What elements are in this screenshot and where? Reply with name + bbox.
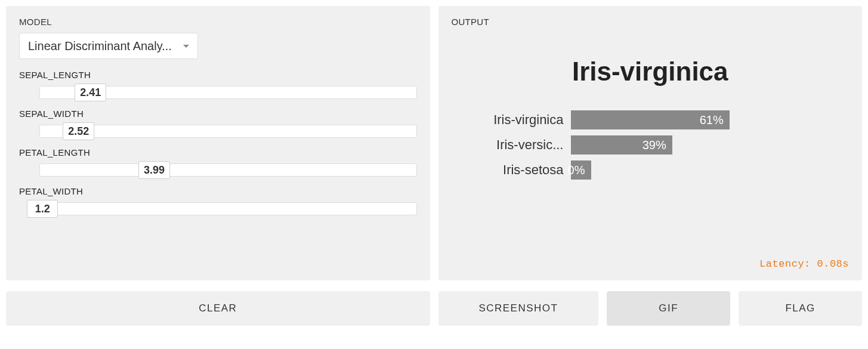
slider-group: PETAL_WIDTH 1.2 bbox=[19, 186, 417, 218]
slider[interactable]: 2.52 bbox=[19, 122, 417, 140]
bar-label: Iris-versic... bbox=[469, 137, 571, 153]
slider-label: SEPAL_WIDTH bbox=[19, 109, 417, 119]
model-label: MODEL bbox=[19, 17, 417, 27]
slider-group: PETAL_LENGTH 3.99 bbox=[19, 147, 417, 179]
bar-label: Iris-virginica bbox=[469, 112, 571, 128]
slider-label: PETAL_LENGTH bbox=[19, 147, 417, 157]
bar-label: Iris-setosa bbox=[469, 162, 571, 178]
bar-fill: 39% bbox=[571, 135, 672, 155]
slider-value[interactable]: 2.41 bbox=[75, 84, 106, 101]
slider[interactable]: 1.2 bbox=[19, 200, 417, 218]
bar-track: 61% bbox=[571, 110, 832, 129]
bar-row: Iris-versic... 39% bbox=[469, 135, 832, 155]
slider-track bbox=[39, 202, 417, 215]
model-dropdown[interactable]: Linear Discriminant Analy... bbox=[19, 33, 198, 59]
input-panel: MODEL Linear Discriminant Analy... SEPAL… bbox=[6, 6, 430, 280]
gif-button[interactable]: GIF bbox=[607, 291, 730, 326]
slider[interactable]: 3.99 bbox=[19, 161, 417, 179]
clear-button[interactable]: CLEAR bbox=[6, 291, 430, 326]
chevron-down-icon bbox=[183, 45, 189, 48]
slider-label: PETAL_WIDTH bbox=[19, 186, 417, 196]
slider-track bbox=[39, 125, 417, 138]
bar-track: 0% bbox=[571, 160, 832, 180]
bar-fill: 61% bbox=[571, 110, 730, 129]
slider-label: SEPAL_LENGTH bbox=[19, 70, 417, 80]
flag-button[interactable]: FLAG bbox=[739, 291, 862, 326]
slider-group: SEPAL_WIDTH 2.52 bbox=[19, 109, 417, 140]
screenshot-button[interactable]: SCREENSHOT bbox=[438, 291, 599, 326]
output-bars: Iris-virginica 61% Iris-versic... 39% Ir… bbox=[452, 110, 850, 186]
model-selected: Linear Discriminant Analy... bbox=[28, 39, 178, 53]
slider-track bbox=[39, 163, 417, 177]
slider-value[interactable]: 2.52 bbox=[63, 122, 94, 140]
output-top-class: Iris-virginica bbox=[452, 57, 850, 87]
slider[interactable]: 2.41 bbox=[19, 84, 417, 101]
slider-group: SEPAL_LENGTH 2.41 bbox=[19, 70, 417, 101]
bar-row: Iris-setosa 0% bbox=[469, 160, 832, 180]
slider-value[interactable]: 3.99 bbox=[138, 161, 170, 179]
bar-track: 39% bbox=[571, 135, 832, 155]
bar-row: Iris-virginica 61% bbox=[469, 110, 832, 129]
latency-text: Latency: 0.08s bbox=[759, 258, 849, 270]
output-label: OUTPUT bbox=[452, 17, 850, 27]
bar-fill: 0% bbox=[571, 160, 591, 180]
slider-value[interactable]: 1.2 bbox=[27, 200, 58, 218]
output-panel: OUTPUT Iris-virginica Iris-virginica 61%… bbox=[438, 6, 863, 280]
